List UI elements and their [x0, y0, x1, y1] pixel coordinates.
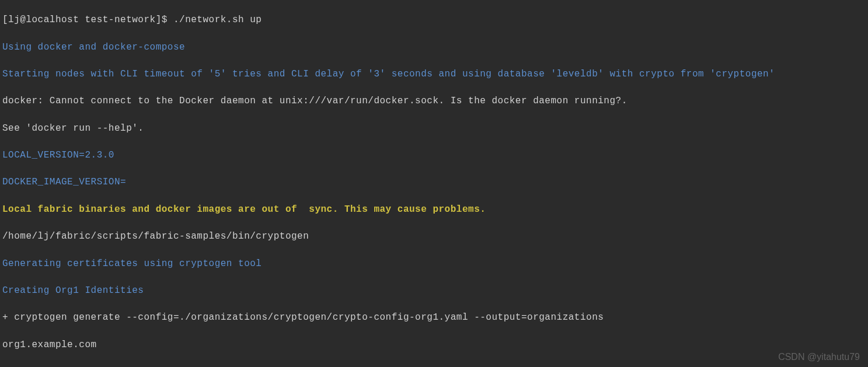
watermark-text: CSDN @yitahutu79 — [778, 350, 860, 363]
terminal-line: DOCKER_IMAGE_VERSION= — [2, 176, 866, 189]
terminal-warning-line: Local fabric binaries and docker images … — [2, 203, 866, 216]
terminal-line: org1.example.com — [2, 338, 866, 352]
terminal-line: Starting nodes with CLI timeout of '5' t… — [2, 68, 866, 81]
terminal-line: See 'docker run --help'. — [2, 122, 866, 135]
terminal-line: Generating certificates using cryptogen … — [2, 257, 866, 271]
terminal-line: docker: Cannot connect to the Docker dae… — [2, 95, 866, 108]
terminal-line: Using docker and docker-compose — [2, 41, 866, 54]
terminal-line: + cryptogen generate --config=./organiza… — [2, 311, 866, 324]
prompt-line[interactable]: [lj@localhost test-network]$ ./network.s… — [2, 13, 866, 27]
terminal-output: [lj@localhost test-network]$ ./network.s… — [0, 0, 868, 367]
terminal-line: /home/lj/fabric/scripts/fabric-samples/b… — [2, 230, 866, 243]
terminal-line: Creating Org1 Identities — [2, 284, 866, 298]
terminal-line: LOCAL_VERSION=2.3.0 — [2, 149, 866, 162]
